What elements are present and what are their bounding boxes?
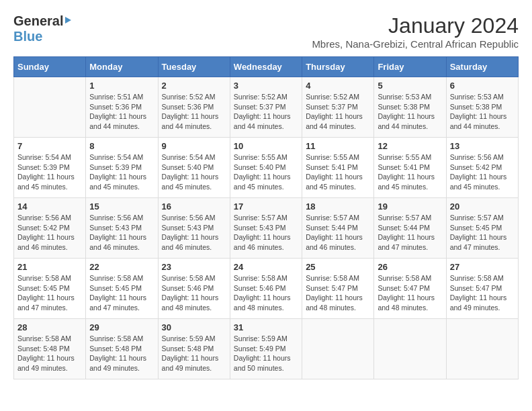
weekday-header-wednesday: Wednesday (230, 57, 302, 77)
day-number: 18 (306, 201, 370, 212)
day-info: Sunrise: 5:56 AM Sunset: 5:43 PM Dayligh… (89, 213, 154, 253)
calendar-cell: 18Sunrise: 5:57 AM Sunset: 5:44 PM Dayli… (302, 198, 374, 259)
week-row-3: 14Sunrise: 5:56 AM Sunset: 5:42 PM Dayli… (14, 198, 519, 259)
day-number: 10 (234, 141, 298, 151)
calendar-cell: 25Sunrise: 5:58 AM Sunset: 5:47 PM Dayli… (302, 259, 374, 319)
day-info: Sunrise: 5:53 AM Sunset: 5:38 PM Dayligh… (378, 92, 442, 132)
calendar-cell: 21Sunrise: 5:58 AM Sunset: 5:45 PM Dayli… (14, 259, 86, 319)
calendar-subtitle: Mbres, Nana-Grebizi, Central African Rep… (312, 38, 519, 50)
day-number: 21 (17, 262, 82, 272)
logo-blue: Blue (13, 29, 42, 44)
calendar-cell: 15Sunrise: 5:56 AM Sunset: 5:43 PM Dayli… (86, 198, 158, 259)
calendar-cell: 30Sunrise: 5:59 AM Sunset: 5:48 PM Dayli… (158, 319, 230, 379)
day-number: 9 (162, 141, 226, 151)
day-number: 31 (234, 322, 298, 332)
calendar-cell: 16Sunrise: 5:56 AM Sunset: 5:43 PM Dayli… (158, 198, 230, 259)
day-info: Sunrise: 5:58 AM Sunset: 5:47 PM Dayligh… (378, 273, 442, 313)
day-number: 28 (17, 322, 82, 332)
day-number: 12 (378, 141, 442, 151)
day-number: 5 (378, 81, 442, 91)
day-info: Sunrise: 5:54 AM Sunset: 5:39 PM Dayligh… (17, 152, 82, 192)
day-info: Sunrise: 5:58 AM Sunset: 5:46 PM Dayligh… (162, 273, 226, 313)
day-info: Sunrise: 5:55 AM Sunset: 5:41 PM Dayligh… (378, 152, 442, 192)
day-info: Sunrise: 5:52 AM Sunset: 5:37 PM Dayligh… (234, 92, 298, 132)
day-info: Sunrise: 5:52 AM Sunset: 5:36 PM Dayligh… (162, 92, 226, 132)
day-number: 15 (89, 201, 154, 212)
calendar-cell: 26Sunrise: 5:58 AM Sunset: 5:47 PM Dayli… (374, 259, 446, 319)
day-number: 27 (450, 262, 515, 272)
calendar-cell: 28Sunrise: 5:58 AM Sunset: 5:48 PM Dayli… (14, 319, 86, 379)
calendar-cell: 10Sunrise: 5:55 AM Sunset: 5:40 PM Dayli… (230, 138, 302, 198)
day-info: Sunrise: 5:58 AM Sunset: 5:48 PM Dayligh… (17, 334, 82, 373)
weekday-header-sunday: Sunday (14, 57, 86, 77)
calendar-cell: 29Sunrise: 5:58 AM Sunset: 5:48 PM Dayli… (86, 319, 158, 379)
day-number: 4 (306, 81, 370, 91)
calendar-cell: 3Sunrise: 5:52 AM Sunset: 5:37 PM Daylig… (230, 77, 302, 138)
calendar-cell: 22Sunrise: 5:58 AM Sunset: 5:45 PM Dayli… (86, 259, 158, 319)
day-number: 3 (234, 81, 298, 91)
day-number: 14 (17, 201, 82, 212)
calendar-cell (374, 319, 446, 379)
calendar-cell: 8Sunrise: 5:54 AM Sunset: 5:39 PM Daylig… (86, 138, 158, 198)
weekday-header-tuesday: Tuesday (158, 57, 230, 77)
calendar-cell: 2Sunrise: 5:52 AM Sunset: 5:36 PM Daylig… (158, 77, 230, 138)
weekday-header-row: SundayMondayTuesdayWednesdayThursdayFrid… (14, 57, 519, 77)
day-number: 23 (162, 262, 226, 272)
day-number: 24 (234, 262, 298, 272)
day-info: Sunrise: 5:58 AM Sunset: 5:48 PM Dayligh… (89, 334, 154, 373)
day-number: 22 (89, 262, 154, 272)
calendar-cell: 5Sunrise: 5:53 AM Sunset: 5:38 PM Daylig… (374, 77, 446, 138)
calendar-cell: 31Sunrise: 5:59 AM Sunset: 5:49 PM Dayli… (230, 319, 302, 379)
day-number: 2 (162, 81, 226, 91)
calendar-cell: 11Sunrise: 5:55 AM Sunset: 5:41 PM Dayli… (302, 138, 374, 198)
day-number: 7 (17, 141, 82, 151)
calendar-cell: 9Sunrise: 5:54 AM Sunset: 5:40 PM Daylig… (158, 138, 230, 198)
day-info: Sunrise: 5:56 AM Sunset: 5:43 PM Dayligh… (162, 213, 226, 253)
day-info: Sunrise: 5:51 AM Sunset: 5:36 PM Dayligh… (89, 92, 154, 132)
calendar-cell: 23Sunrise: 5:58 AM Sunset: 5:46 PM Dayli… (158, 259, 230, 319)
day-info: Sunrise: 5:55 AM Sunset: 5:41 PM Dayligh… (306, 152, 370, 192)
calendar-cell (446, 319, 518, 379)
calendar-cell: 24Sunrise: 5:58 AM Sunset: 5:46 PM Dayli… (230, 259, 302, 319)
logo-general: General (13, 13, 63, 29)
day-info: Sunrise: 5:59 AM Sunset: 5:48 PM Dayligh… (162, 334, 226, 373)
day-info: Sunrise: 5:58 AM Sunset: 5:47 PM Dayligh… (306, 273, 370, 313)
calendar-cell: 4Sunrise: 5:52 AM Sunset: 5:37 PM Daylig… (302, 77, 374, 138)
calendar-cell: 17Sunrise: 5:57 AM Sunset: 5:43 PM Dayli… (230, 198, 302, 259)
week-row-1: 1Sunrise: 5:51 AM Sunset: 5:36 PM Daylig… (14, 77, 519, 138)
calendar-cell: 27Sunrise: 5:58 AM Sunset: 5:47 PM Dayli… (446, 259, 518, 319)
calendar-cell: 7Sunrise: 5:54 AM Sunset: 5:39 PM Daylig… (14, 138, 86, 198)
calendar-cell: 14Sunrise: 5:56 AM Sunset: 5:42 PM Dayli… (14, 198, 86, 259)
day-info: Sunrise: 5:53 AM Sunset: 5:38 PM Dayligh… (450, 92, 515, 132)
day-info: Sunrise: 5:58 AM Sunset: 5:47 PM Dayligh… (450, 273, 515, 313)
day-number: 13 (450, 141, 515, 151)
weekday-header-thursday: Thursday (302, 57, 374, 77)
day-info: Sunrise: 5:58 AM Sunset: 5:45 PM Dayligh… (89, 273, 154, 313)
calendar-cell: 13Sunrise: 5:56 AM Sunset: 5:42 PM Dayli… (446, 138, 518, 198)
calendar-cell: 19Sunrise: 5:57 AM Sunset: 5:44 PM Dayli… (374, 198, 446, 259)
day-info: Sunrise: 5:57 AM Sunset: 5:43 PM Dayligh… (234, 213, 298, 253)
day-number: 11 (306, 141, 370, 151)
calendar-table: SundayMondayTuesdayWednesdayThursdayFrid… (13, 56, 519, 379)
day-info: Sunrise: 5:54 AM Sunset: 5:40 PM Dayligh… (162, 152, 226, 192)
day-info: Sunrise: 5:52 AM Sunset: 5:37 PM Dayligh… (306, 92, 370, 132)
day-number: 19 (378, 201, 442, 212)
day-number: 8 (89, 141, 154, 151)
day-number: 1 (89, 81, 154, 91)
week-row-5: 28Sunrise: 5:58 AM Sunset: 5:48 PM Dayli… (14, 319, 519, 379)
day-number: 30 (162, 322, 226, 332)
day-info: Sunrise: 5:56 AM Sunset: 5:42 PM Dayligh… (450, 152, 515, 192)
weekday-header-monday: Monday (86, 57, 158, 77)
day-number: 16 (162, 201, 226, 212)
logo-arrow-icon (65, 17, 71, 24)
calendar-title: January 2024 (312, 13, 519, 38)
day-info: Sunrise: 5:54 AM Sunset: 5:39 PM Dayligh… (89, 152, 154, 192)
calendar-cell: 1Sunrise: 5:51 AM Sunset: 5:36 PM Daylig… (86, 77, 158, 138)
day-info: Sunrise: 5:58 AM Sunset: 5:46 PM Dayligh… (234, 273, 298, 313)
calendar-cell: 6Sunrise: 5:53 AM Sunset: 5:38 PM Daylig… (446, 77, 518, 138)
header: General Blue January 2024 Mbres, Nana-Gr… (13, 13, 519, 50)
day-info: Sunrise: 5:59 AM Sunset: 5:49 PM Dayligh… (234, 334, 298, 373)
calendar-cell: 20Sunrise: 5:57 AM Sunset: 5:45 PM Dayli… (446, 198, 518, 259)
day-number: 17 (234, 201, 298, 212)
calendar-cell (14, 77, 86, 138)
